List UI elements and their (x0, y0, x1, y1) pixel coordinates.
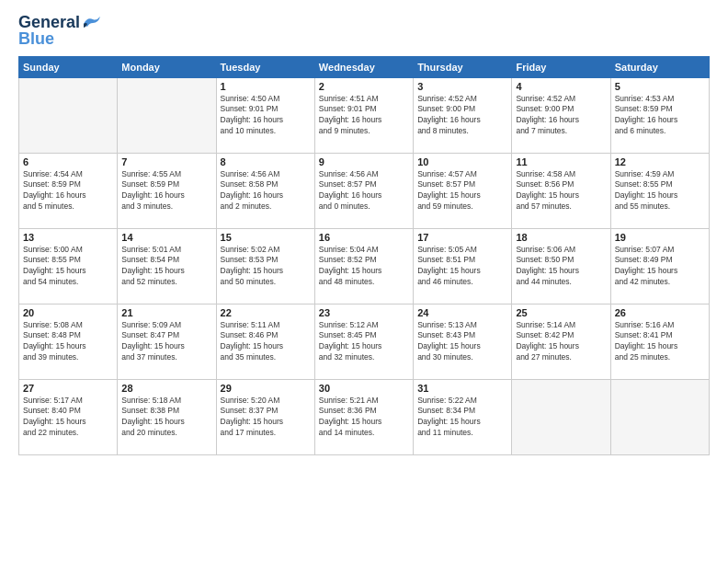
day-info: Sunrise: 5:11 AM Sunset: 8:46 PM Dayligh… (221, 320, 311, 364)
logo-general: General (18, 13, 80, 31)
weekday-header-thursday: Thursday (414, 56, 512, 77)
calendar-cell: 22Sunrise: 5:11 AM Sunset: 8:46 PM Dayli… (216, 304, 314, 379)
calendar-cell: 28Sunrise: 5:18 AM Sunset: 8:38 PM Dayli… (118, 379, 216, 454)
day-info: Sunrise: 5:17 AM Sunset: 8:40 PM Dayligh… (23, 396, 113, 440)
day-info: Sunrise: 4:54 AM Sunset: 8:59 PM Dayligh… (23, 169, 113, 213)
calendar-cell: 26Sunrise: 5:16 AM Sunset: 8:41 PM Dayli… (610, 304, 709, 379)
calendar-cell: 17Sunrise: 5:05 AM Sunset: 8:51 PM Dayli… (414, 228, 512, 304)
page: General Blue SundayMondayTuesdayWednesda… (0, 0, 728, 563)
day-info: Sunrise: 5:09 AM Sunset: 8:47 PM Dayligh… (121, 320, 211, 364)
day-info: Sunrise: 5:02 AM Sunset: 8:53 PM Dayligh… (221, 245, 311, 289)
calendar-cell: 3Sunrise: 4:52 AM Sunset: 9:00 PM Daylig… (414, 77, 512, 153)
calendar-cell: 30Sunrise: 5:21 AM Sunset: 8:36 PM Dayli… (314, 379, 413, 454)
day-number: 12 (615, 156, 705, 167)
day-number: 20 (23, 307, 113, 318)
day-number: 19 (615, 232, 705, 243)
day-info: Sunrise: 5:13 AM Sunset: 8:43 PM Dayligh… (417, 320, 507, 364)
calendar-cell: 19Sunrise: 5:07 AM Sunset: 8:49 PM Dayli… (610, 228, 709, 304)
calendar-cell (19, 77, 118, 153)
day-number: 13 (23, 232, 113, 243)
day-info: Sunrise: 4:56 AM Sunset: 8:57 PM Dayligh… (319, 169, 409, 213)
day-info: Sunrise: 4:53 AM Sunset: 8:59 PM Dayligh… (615, 94, 705, 138)
day-info: Sunrise: 5:18 AM Sunset: 8:38 PM Dayligh… (121, 396, 211, 440)
week-row-1: 1Sunrise: 4:50 AM Sunset: 9:01 PM Daylig… (19, 77, 710, 153)
day-info: Sunrise: 4:57 AM Sunset: 8:57 PM Dayligh… (417, 169, 507, 213)
day-number: 15 (221, 232, 311, 243)
day-info: Sunrise: 5:20 AM Sunset: 8:37 PM Dayligh… (221, 396, 311, 440)
day-number: 5 (615, 81, 705, 92)
weekday-header-saturday: Saturday (610, 56, 709, 77)
day-number: 10 (417, 156, 507, 167)
calendar-cell: 20Sunrise: 5:08 AM Sunset: 8:48 PM Dayli… (19, 304, 118, 379)
calendar-cell: 4Sunrise: 4:52 AM Sunset: 9:00 PM Daylig… (512, 77, 610, 153)
calendar-cell: 2Sunrise: 4:51 AM Sunset: 9:01 PM Daylig… (314, 77, 413, 153)
calendar-cell: 1Sunrise: 4:50 AM Sunset: 9:01 PM Daylig… (216, 77, 314, 153)
day-number: 27 (23, 383, 113, 394)
day-number: 4 (516, 81, 606, 92)
logo-blue: Blue (18, 30, 54, 49)
calendar-cell: 9Sunrise: 4:56 AM Sunset: 8:57 PM Daylig… (314, 153, 413, 228)
day-number: 31 (417, 383, 507, 394)
calendar-cell: 7Sunrise: 4:55 AM Sunset: 8:59 PM Daylig… (118, 153, 216, 228)
calendar-cell: 21Sunrise: 5:09 AM Sunset: 8:47 PM Dayli… (118, 304, 216, 379)
day-info: Sunrise: 5:06 AM Sunset: 8:50 PM Dayligh… (516, 245, 606, 289)
day-info: Sunrise: 4:50 AM Sunset: 9:01 PM Dayligh… (221, 94, 311, 138)
week-row-2: 6Sunrise: 4:54 AM Sunset: 8:59 PM Daylig… (19, 153, 710, 228)
day-info: Sunrise: 5:21 AM Sunset: 8:36 PM Dayligh… (319, 396, 409, 440)
day-number: 18 (516, 232, 606, 243)
calendar-cell: 24Sunrise: 5:13 AM Sunset: 8:43 PM Dayli… (414, 304, 512, 379)
calendar-cell: 8Sunrise: 4:56 AM Sunset: 8:58 PM Daylig… (216, 153, 314, 228)
day-info: Sunrise: 5:01 AM Sunset: 8:54 PM Dayligh… (121, 245, 211, 289)
day-number: 23 (319, 307, 409, 318)
day-info: Sunrise: 4:52 AM Sunset: 9:00 PM Dayligh… (516, 94, 606, 138)
day-number: 21 (121, 307, 211, 318)
weekday-header-tuesday: Tuesday (216, 56, 314, 77)
calendar-table: SundayMondayTuesdayWednesdayThursdayFrid… (18, 56, 710, 455)
day-number: 11 (516, 156, 606, 167)
calendar-cell: 16Sunrise: 5:04 AM Sunset: 8:52 PM Dayli… (314, 228, 413, 304)
calendar-cell (512, 379, 610, 454)
weekday-header-monday: Monday (118, 56, 216, 77)
calendar-cell: 18Sunrise: 5:06 AM Sunset: 8:50 PM Dayli… (512, 228, 610, 304)
day-info: Sunrise: 5:12 AM Sunset: 8:45 PM Dayligh… (319, 320, 409, 364)
calendar-cell: 13Sunrise: 5:00 AM Sunset: 8:55 PM Dayli… (19, 228, 118, 304)
day-number: 14 (121, 232, 211, 243)
day-number: 25 (516, 307, 606, 318)
day-info: Sunrise: 5:22 AM Sunset: 8:34 PM Dayligh… (417, 396, 507, 440)
day-info: Sunrise: 4:56 AM Sunset: 8:58 PM Dayligh… (221, 169, 311, 213)
day-number: 3 (417, 81, 507, 92)
calendar-cell: 6Sunrise: 4:54 AM Sunset: 8:59 PM Daylig… (19, 153, 118, 228)
calendar-cell: 25Sunrise: 5:14 AM Sunset: 8:42 PM Dayli… (512, 304, 610, 379)
logo: General Blue (18, 14, 102, 49)
day-info: Sunrise: 5:07 AM Sunset: 8:49 PM Dayligh… (615, 245, 705, 289)
day-info: Sunrise: 5:14 AM Sunset: 8:42 PM Dayligh… (516, 320, 606, 364)
calendar-cell (118, 77, 216, 153)
day-number: 24 (417, 307, 507, 318)
calendar-cell (610, 379, 709, 454)
week-row-4: 20Sunrise: 5:08 AM Sunset: 8:48 PM Dayli… (19, 304, 710, 379)
day-number: 17 (417, 232, 507, 243)
day-number: 6 (23, 156, 113, 167)
week-row-5: 27Sunrise: 5:17 AM Sunset: 8:40 PM Dayli… (19, 379, 710, 454)
day-info: Sunrise: 5:04 AM Sunset: 8:52 PM Dayligh… (319, 245, 409, 289)
header: General Blue (18, 14, 710, 49)
day-number: 7 (121, 156, 211, 167)
calendar-cell: 31Sunrise: 5:22 AM Sunset: 8:34 PM Dayli… (414, 379, 512, 454)
day-info: Sunrise: 4:58 AM Sunset: 8:56 PM Dayligh… (516, 169, 606, 213)
weekday-header-sunday: Sunday (19, 56, 118, 77)
calendar-cell: 5Sunrise: 4:53 AM Sunset: 8:59 PM Daylig… (610, 77, 709, 153)
weekday-header-wednesday: Wednesday (314, 56, 413, 77)
calendar-cell: 27Sunrise: 5:17 AM Sunset: 8:40 PM Dayli… (19, 379, 118, 454)
day-info: Sunrise: 5:08 AM Sunset: 8:48 PM Dayligh… (23, 320, 113, 364)
day-info: Sunrise: 5:00 AM Sunset: 8:55 PM Dayligh… (23, 245, 113, 289)
day-number: 1 (221, 81, 311, 92)
calendar-cell: 15Sunrise: 5:02 AM Sunset: 8:53 PM Dayli… (216, 228, 314, 304)
day-info: Sunrise: 5:05 AM Sunset: 8:51 PM Dayligh… (417, 245, 507, 289)
day-info: Sunrise: 5:16 AM Sunset: 8:41 PM Dayligh… (615, 320, 705, 364)
day-number: 22 (221, 307, 311, 318)
day-info: Sunrise: 4:51 AM Sunset: 9:01 PM Dayligh… (319, 94, 409, 138)
calendar-cell: 23Sunrise: 5:12 AM Sunset: 8:45 PM Dayli… (314, 304, 413, 379)
day-info: Sunrise: 4:59 AM Sunset: 8:55 PM Dayligh… (615, 169, 705, 213)
day-number: 30 (319, 383, 409, 394)
calendar-cell: 11Sunrise: 4:58 AM Sunset: 8:56 PM Dayli… (512, 153, 610, 228)
